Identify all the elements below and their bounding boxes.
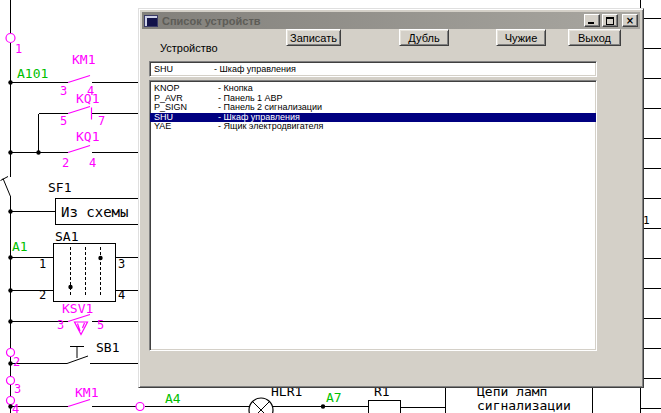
from-schema-label: Из схемы — [61, 204, 128, 220]
device-field-code: SHU — [154, 64, 214, 74]
ksv1-terminal-3: 3 — [57, 318, 64, 332]
sa1-label: SA1 — [55, 229, 78, 244]
window-controls: × — [584, 14, 638, 27]
dialog-title: Список устройств — [162, 15, 584, 27]
net-a101: A101 — [17, 66, 48, 81]
kq1b-terminal-4: 4 — [89, 156, 96, 170]
list-item[interactable]: P_SIGN - Панель 2 сигнализации — [150, 103, 596, 113]
hlr1-lamp — [249, 398, 273, 413]
minimize-button[interactable] — [584, 14, 600, 27]
lamp-circuit-caption-2: сигнализации — [477, 398, 571, 413]
ksv1-contact — [68, 315, 90, 335]
close-icon: × — [623, 15, 637, 26]
net-a7: A7 — [326, 390, 342, 405]
sa1-terminal-1: 1 — [39, 257, 46, 271]
sf1-label: SF1 — [48, 180, 71, 195]
sb1-label: SB1 — [96, 340, 119, 355]
device-field-desc: - Шкаф управления — [214, 64, 296, 74]
sf1-breaker — [1, 177, 11, 197]
net-a1: A1 — [12, 239, 28, 254]
node2-label: 2 — [13, 355, 20, 369]
km1-top-contact — [68, 76, 90, 83]
maximize-icon — [606, 17, 614, 25]
minimize-icon — [588, 22, 594, 24]
list-item[interactable]: SHU - Шкаф управления — [150, 113, 596, 123]
list-item[interactable]: P_AVR - Панель 1 АВР — [150, 94, 596, 104]
sa1-switch-box — [53, 243, 115, 301]
sa1-terminal-4: 4 — [118, 288, 125, 302]
kq1a-contact — [68, 107, 92, 120]
window-icon — [144, 15, 158, 27]
list-item-desc: - Ящик электродвигателя — [218, 122, 323, 132]
node4-label: 4 — [12, 402, 19, 413]
kq1b-label: KQ1 — [76, 129, 99, 144]
r1-resistor — [368, 401, 400, 413]
km1-terminal-3: 3 — [60, 84, 67, 98]
list-item-code: YAE — [154, 122, 218, 132]
dialog-titlebar[interactable]: Список устройств × — [142, 12, 640, 29]
ksv1-label: KSV1 — [62, 301, 93, 316]
ksv1-terminal-5: 5 — [97, 318, 104, 332]
sb1-contact — [67, 347, 88, 364]
exit-button[interactable]: Выход — [568, 29, 621, 46]
maximize-button[interactable] — [602, 14, 618, 27]
sa1-terminal-3: 3 — [118, 257, 125, 271]
km1-top-label: KM1 — [72, 52, 95, 67]
kq1b-contact — [68, 146, 90, 153]
device-list[interactable]: KNOP - Кнопка P_AVR - Панель 1 АВР P_SIG… — [149, 80, 597, 351]
kq1b-terminal-2: 2 — [62, 156, 69, 170]
node1-label: 1 — [15, 42, 22, 56]
close-button[interactable]: × — [622, 14, 638, 27]
device-list-dialog: Список устройств × Записать Дубль Чужие … — [138, 8, 644, 388]
list-item[interactable]: KNOP - Кнопка — [150, 84, 596, 94]
net-a4: A4 — [165, 391, 181, 406]
sa1-terminal-2: 2 — [39, 288, 46, 302]
km1-bottom-label: KM1 — [75, 385, 98, 400]
foreign-button[interactable]: Чужие — [496, 29, 546, 46]
kq1a-label: KQ1 — [76, 91, 99, 106]
km1-bottom-contact — [68, 400, 90, 407]
save-button[interactable]: Записать — [286, 29, 341, 46]
device-field[interactable]: SHU - Шкаф управления — [149, 61, 597, 77]
list-item[interactable]: YAE - Ящик электродвигателя — [150, 122, 596, 132]
kq1a-terminal-7: 7 — [98, 114, 105, 128]
duplicate-button[interactable]: Дубль — [399, 29, 449, 46]
device-label: Устройство — [160, 42, 218, 54]
node3-label: 3 — [14, 382, 21, 396]
kq1a-terminal-5: 5 — [60, 114, 67, 128]
